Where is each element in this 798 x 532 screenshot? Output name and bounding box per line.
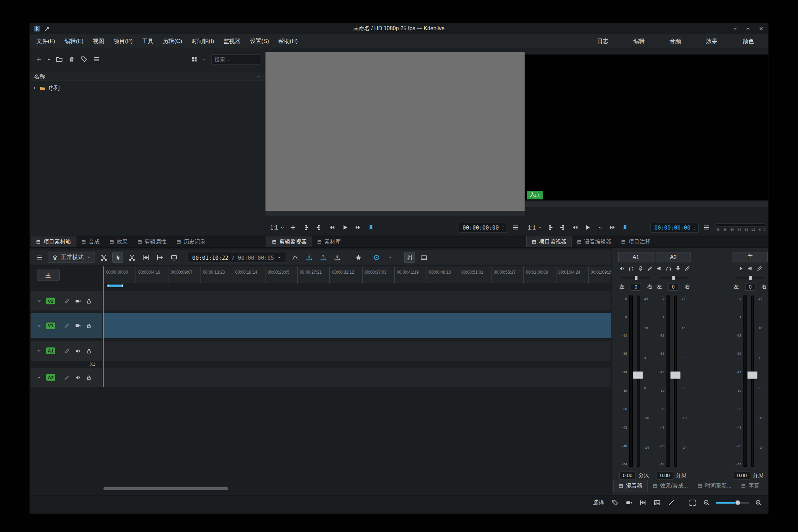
tag-icon-button[interactable] — [610, 498, 620, 507]
marker-button[interactable] — [620, 223, 630, 232]
view-mode-button[interactable] — [189, 54, 199, 65]
menu-item[interactable]: 文件(F) — [32, 34, 60, 48]
menu-item[interactable]: 编辑(E) — [60, 34, 88, 48]
record-icon[interactable] — [637, 265, 644, 272]
timecode-spinner[interactable] — [501, 225, 505, 230]
track-head-v1[interactable]: V1 — [31, 313, 102, 338]
level-value[interactable]: 0.00 — [657, 471, 673, 480]
tab-history[interactable]: 历史记录 — [171, 236, 210, 247]
ripple-tool-button[interactable] — [154, 252, 165, 263]
track-tag[interactable]: V1 — [46, 322, 55, 329]
bin-menu-button[interactable] — [91, 54, 102, 65]
pan-slider[interactable] — [736, 276, 765, 280]
pan-slider[interactable] — [659, 276, 688, 280]
effects-icon[interactable] — [756, 265, 763, 272]
tab-time-remap[interactable]: 时间重新... — [693, 480, 736, 492]
pan-slider[interactable] — [622, 276, 651, 280]
extract-zone-button[interactable] — [318, 252, 328, 263]
create-folder-button[interactable] — [54, 54, 64, 65]
channel-name-button[interactable]: A1 — [618, 252, 654, 262]
add-clip-button[interactable] — [33, 54, 44, 65]
zoom-out-button[interactable] — [702, 498, 711, 507]
zone-out-button[interactable] — [558, 223, 568, 232]
maximize-button[interactable] — [744, 25, 752, 32]
play-button[interactable] — [340, 223, 350, 232]
track-lane-v2[interactable] — [104, 291, 612, 310]
collapse-track-icon[interactable] — [37, 375, 41, 380]
show-mixer-button[interactable] — [404, 252, 415, 263]
layout-button[interactable]: 颜色 — [730, 34, 766, 48]
collapse-track-icon[interactable] — [37, 299, 41, 303]
timeline-menu-button[interactable] — [34, 252, 44, 263]
tab-effects[interactable]: 效果 — [104, 236, 132, 247]
project-monitor-timecode[interactable]: 00:00:00:00 — [651, 223, 699, 232]
effects-icon[interactable] — [64, 298, 70, 304]
zoom-slider[interactable] — [716, 499, 749, 506]
tab-mixer[interactable]: 混音器 — [613, 480, 648, 492]
play-icon[interactable] — [738, 265, 744, 272]
menu-item[interactable]: 时间轴(I) — [187, 34, 219, 48]
add-to-project-button[interactable] — [288, 223, 298, 232]
forward-button[interactable] — [353, 223, 363, 232]
effects-icon[interactable] — [64, 374, 70, 380]
tab-effects-compositions[interactable]: 效果/合成... — [648, 480, 693, 492]
volume-fader[interactable] — [637, 296, 639, 467]
fader-handle[interactable] — [747, 371, 757, 379]
project-monitor-seekbar[interactable] — [525, 201, 768, 207]
multicam-tool-button[interactable] — [168, 252, 179, 263]
pan-value[interactable]: 0 — [668, 283, 678, 290]
lock-icon[interactable] — [86, 323, 92, 329]
tab-speech-editor[interactable]: 语音编辑器 — [572, 236, 616, 247]
fader-handle[interactable] — [670, 371, 681, 379]
favorite-effects-button[interactable] — [353, 252, 364, 263]
mix-clips-button[interactable] — [290, 252, 301, 263]
zone-in-button[interactable] — [302, 223, 311, 232]
menu-item[interactable]: 帮助(H) — [274, 34, 303, 48]
record-options-dropdown[interactable] — [385, 252, 396, 263]
track-head-v2[interactable]: V2 — [31, 291, 102, 310]
tab-clip-monitor[interactable]: 剪辑监视器 — [266, 236, 312, 247]
bin-column-header[interactable]: 名称 — [30, 72, 265, 81]
monitor-menu-button[interactable] — [702, 223, 711, 232]
track-lane-v1[interactable] — [104, 313, 612, 338]
zoom-slider-handle[interactable] — [735, 500, 740, 505]
track-head-a1[interactable]: A1 — [31, 341, 102, 361]
pan-value[interactable]: 0 — [631, 283, 641, 290]
rewind-button[interactable] — [570, 223, 580, 232]
audio-track-icon[interactable] — [75, 374, 81, 380]
layout-button[interactable]: 音频 — [657, 34, 694, 48]
tab-subtitles[interactable]: 字幕 — [736, 480, 764, 492]
fader-handle[interactable] — [633, 371, 643, 379]
tab-library[interactable]: 素材库 — [312, 236, 345, 247]
project-monitor-video[interactable]: 入点 — [525, 55, 768, 200]
audio-thumbnails-button[interactable] — [639, 498, 648, 507]
lock-icon[interactable] — [86, 348, 92, 354]
record-icon[interactable] — [675, 265, 681, 272]
rewind-button[interactable] — [328, 223, 337, 232]
zoom-level-combo[interactable]: 1:1 — [528, 224, 542, 231]
track-tag[interactable]: A2 — [46, 374, 55, 381]
zoom-in-button[interactable] — [754, 498, 763, 507]
track-lane-a1[interactable] — [104, 341, 612, 361]
subtitles-button[interactable] — [418, 252, 429, 263]
effects-icon[interactable] — [64, 323, 70, 329]
channel-name-button[interactable]: A2 — [656, 252, 691, 262]
volume-fader[interactable] — [674, 296, 677, 467]
layout-button[interactable]: 日志 — [584, 34, 621, 48]
collapse-track-icon[interactable] — [37, 348, 41, 353]
mute-icon[interactable] — [656, 265, 663, 272]
clip-monitor-timecode[interactable]: 00:00:00:00 — [459, 223, 507, 232]
menu-item[interactable]: 项目(P) — [109, 34, 138, 48]
marker-button[interactable] — [367, 223, 376, 232]
mute-icon[interactable] — [619, 265, 625, 272]
tab-project-notes[interactable]: 项目注释 — [616, 236, 655, 247]
timeline-ruler[interactable]: 00:00:00:0000:00:04:1600:00:09:0700:00:1… — [104, 266, 612, 284]
video-track-icon[interactable] — [75, 298, 81, 304]
layout-button[interactable]: 编辑 — [621, 34, 657, 48]
menu-item[interactable]: 工具 — [137, 34, 158, 48]
zone-out-button[interactable] — [314, 223, 324, 232]
minimize-button[interactable] — [732, 25, 739, 32]
zone-in-button[interactable] — [546, 223, 555, 232]
track-lane-a2[interactable] — [104, 368, 612, 387]
channel-name-button[interactable]: 主 — [733, 252, 768, 262]
